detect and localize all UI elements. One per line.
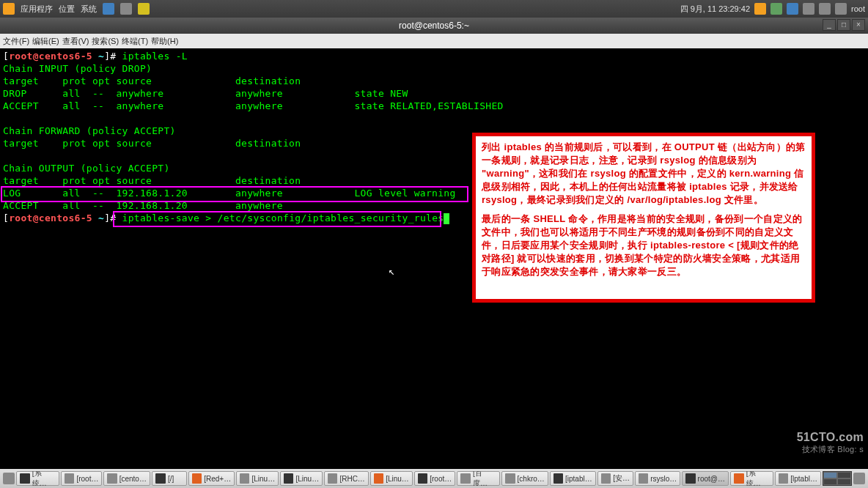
window-minimize-button[interactable]: _ — [823, 19, 836, 31]
window-maximize-button[interactable]: □ — [837, 19, 850, 31]
battery-icon[interactable] — [835, 3, 847, 15]
taskbar-item[interactable]: root@… — [682, 471, 729, 486]
mouse-cursor-icon: ↖ — [389, 265, 395, 278]
window-close-button[interactable]: × — [852, 19, 865, 31]
term-line: DROP all -- anywhere anywhere state NEW — [3, 87, 865, 100]
taskbar-item[interactable]: [百度… — [457, 471, 500, 486]
bottom-taskbar: [系统…[root…[cento…[/][Red+…[Linu…[Linu…[R… — [0, 469, 868, 488]
notes-icon[interactable] — [138, 3, 150, 15]
app-icon-1[interactable] — [120, 3, 132, 15]
taskbar-item[interactable]: [Red+… — [188, 471, 235, 486]
taskbar-item[interactable]: [系统… — [730, 471, 773, 486]
menu-view[interactable]: 查看(V) — [62, 36, 89, 47]
taskbar-item[interactable]: [iptabl… — [550, 471, 596, 486]
menu-file[interactable]: 文件(F) — [3, 36, 29, 47]
clock[interactable]: 四 9月, 11 23:29:42 — [680, 4, 750, 15]
tray-icon-2[interactable] — [770, 3, 782, 15]
trash-icon[interactable] — [853, 473, 865, 484]
highlight-box-2 — [113, 211, 441, 227]
highlight-box-1 — [1, 186, 468, 202]
menu-applications[interactable]: 应用程序 — [21, 4, 53, 15]
browser-icon[interactable] — [103, 3, 114, 15]
menu-places[interactable]: 位置 — [59, 4, 75, 15]
term-line — [3, 112, 865, 125]
term-line: [root@centos6-5 ~]# iptables -L — [3, 50, 865, 62]
taskbar-item[interactable]: [root… — [61, 471, 102, 486]
annotation-box: 列出 iptables 的当前规则后，可以看到，在 OUTPUT 链（出站方向）… — [472, 133, 815, 303]
menu-terminal[interactable]: 终端(T) — [122, 36, 148, 47]
network-icon[interactable] — [819, 3, 831, 15]
term-line: target prot opt source destination — [3, 75, 865, 87]
taskbar-item[interactable]: [系统… — [16, 471, 59, 486]
watermark: 51CTO.com 技术博客 Blog: s — [797, 431, 864, 456]
tray-icon-1[interactable] — [754, 3, 766, 15]
taskbar-item[interactable]: rsyslo… — [635, 471, 680, 486]
taskbar-item[interactable]: [Linu… — [280, 471, 323, 486]
window-title: root@centos6-5:~ — [399, 21, 469, 31]
terminal[interactable]: [root@centos6-5 ~]# iptables -L Chain IN… — [0, 48, 868, 476]
taskbar-item[interactable]: [Linu… — [236, 471, 279, 486]
taskbar-item[interactable]: [cento… — [103, 471, 150, 486]
taskbar-item[interactable]: [RHC… — [324, 471, 369, 486]
taskbar-item[interactable]: [安… — [597, 471, 633, 486]
terminal-cursor — [444, 213, 449, 224]
user-label[interactable]: root — [851, 4, 865, 13]
volume-icon[interactable] — [803, 3, 814, 15]
top-panel: 应用程序 位置 系统 四 9月, 11 23:29:42 root — [0, 0, 868, 18]
annotation-p1: 列出 iptables 的当前规则后，可以看到，在 OUTPUT 链（出站方向）… — [482, 141, 806, 207]
menu-help[interactable]: 帮助(H) — [151, 36, 178, 47]
tray-icon-3[interactable] — [787, 3, 798, 15]
term-line: ACCEPT all -- anywhere anywhere state RE… — [3, 100, 865, 112]
taskbar-item[interactable]: [/] — [152, 471, 187, 486]
gnome-icon[interactable] — [3, 3, 15, 15]
annotation-p2: 最后的一条 SHELL 命令，作用是将当前的安全规则，备份到一个自定义的文件中，… — [482, 212, 806, 278]
taskbar-item[interactable]: [root… — [414, 471, 455, 486]
window-titlebar[interactable]: root@centos6-5:~ _ □ × — [0, 18, 868, 34]
taskbar-item[interactable]: [Linu… — [370, 471, 413, 486]
menu-system[interactable]: 系统 — [81, 4, 97, 15]
show-desktop-icon[interactable] — [3, 473, 15, 484]
taskbar-item[interactable]: [lptabl… — [775, 471, 821, 486]
menu-edit[interactable]: 编辑(E) — [32, 36, 59, 47]
term-line: Chain INPUT (policy DROP) — [3, 62, 865, 75]
workspace-switcher[interactable] — [823, 471, 852, 486]
menu-bar: 文件(F) 编辑(E) 查看(V) 搜索(S) 终端(T) 帮助(H) — [0, 34, 868, 48]
menu-search[interactable]: 搜索(S) — [92, 36, 119, 47]
taskbar-item[interactable]: [chkro… — [501, 471, 548, 486]
